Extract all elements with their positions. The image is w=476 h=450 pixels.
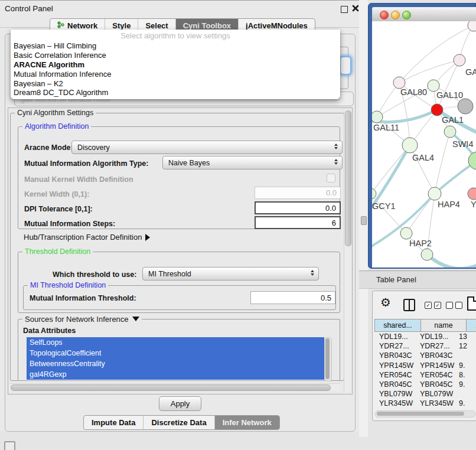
hub-tf-definition-toggle[interactable]: Hub/Transcription Factor Definition [24,233,150,242]
algorithm-option[interactable]: Bayesian – Hill Climbing [11,41,340,51]
network-node-hap2[interactable] [400,227,412,239]
algorithm-option[interactable]: Bayesian – K2 [11,79,340,89]
settings-horizontal-scrollbar[interactable] [9,383,340,391]
algorithm-option[interactable]: Dream8 DC_TDC Algorithm [11,88,340,97]
kernel-width-field[interactable]: 0.0 [255,187,341,199]
network-edge[interactable] [406,194,435,233]
close-traffic-light-icon[interactable] [380,11,389,19]
table-row[interactable]: YDR27...YDR27...12 [374,341,476,351]
network-canvas[interactable]: GALGAL80GAL10GAL1GAL11GAL4SWI4HAP4YGCY1H… [372,21,476,268]
manual-kernel-checkbox[interactable] [327,174,335,182]
node-label: GAL80 [400,87,427,97]
sources-title-label: Sources for Network Inference [25,315,129,324]
close-icon[interactable] [351,4,360,12]
network-node-gal1[interactable] [431,104,443,116]
table-cell: YBL079W [415,389,455,399]
show-columns-icon[interactable]: ✓ ✓ [425,302,441,309]
network-window-titlebar[interactable] [372,7,476,22]
column-header[interactable]: A [466,319,476,332]
bottom-tab-discretize-data[interactable]: Discretize Data [144,416,214,429]
bottom-tab-infer-network[interactable]: Infer Network [215,416,279,429]
float-icon[interactable] [341,6,348,13]
algorithm-option[interactable]: Basic Correlation Inference [11,51,340,60]
table-horizontal-scrollbar[interactable] [375,410,475,418]
mi-threshold-field[interactable]: 0.5 [250,291,335,304]
threshold-definition-title: Threshold Definition [22,247,93,256]
sources-title[interactable]: Sources for Network Inference [22,315,142,324]
table-row[interactable]: YDL19...YDL19...13 [374,332,476,341]
table-cell: 13 [455,332,476,341]
collapsed-panel-icon[interactable] [4,441,15,450]
which-threshold-value: MI Threshold [148,270,191,278]
hub-tf-definition-label: Hub/Transcription Factor Definition [24,233,142,242]
table-panel-titlebar: Table Panel [359,270,476,289]
algorithm-option[interactable]: Mutual Information Inference [11,70,340,79]
apply-button[interactable]: Apply [159,396,201,411]
network-edge[interactable] [399,26,472,83]
table-row[interactable]: YLR345WYLR345W9. [374,399,476,408]
columns-icon[interactable] [403,299,415,311]
table-cell: YPR145W [415,361,455,370]
network-canvas-svg: GALGAL80GAL10GAL1GAL11GAL4SWI4HAP4YGCY1H… [372,21,476,268]
table-cell: YLR345W [415,399,455,408]
column-header[interactable]: shared... [374,319,421,332]
attribute-list-item[interactable]: gal4RGexp [27,369,324,380]
network-node-y[interactable] [468,188,476,200]
network-node[interactable] [458,99,473,114]
network-node-hap4[interactable] [428,187,441,200]
node-label: GAL [465,67,476,77]
network-edge[interactable] [435,132,450,194]
data-attributes-list[interactable]: SelfLoopsTopologicalCoefficientBetweenne… [27,337,324,380]
table-row[interactable]: YBR043CYBR043C [374,351,476,360]
kernel-width-value: 0.0 [326,188,337,197]
network-node-gal80[interactable] [393,77,405,89]
network-node[interactable] [421,249,433,260]
attribute-list-item[interactable]: SelfLoops [27,337,324,348]
attributes-list-scrollbar[interactable] [324,337,332,381]
network-node-gal10[interactable] [428,80,439,92]
table-row[interactable]: YER054CYER054C8. [374,370,476,380]
network-view-window[interactable]: GALGAL80GAL10GAL1GAL11GAL4SWI4HAP4YGCY1H… [368,3,476,269]
network-node-gal11[interactable] [372,111,383,123]
attribute-list-item[interactable]: TopologicalCoefficient [27,348,324,358]
table-cell: 9. [455,361,476,370]
zoom-traffic-light-icon[interactable] [402,11,411,19]
control-panel: Control Panel NetworkStyleSelectCyni Too… [0,0,359,431]
table-row[interactable]: YBL079WYBL079W [374,389,476,399]
table-cell: YBR043C [374,351,415,360]
network-edge[interactable] [427,255,476,268]
network-node-gal[interactable] [454,54,465,66]
combo-arrows-icon [334,144,338,149]
dpi-tolerance-field[interactable]: 0.0 [255,201,341,214]
network-node-gal4[interactable] [402,138,418,153]
network-node[interactable] [444,126,456,138]
settings-vertical-scrollbar[interactable] [344,109,351,392]
aracne-mode-label: Aracne Mode: [24,144,73,152]
node-label: GCY1 [372,201,396,211]
minimize-traffic-light-icon[interactable] [391,11,400,19]
mi-type-select[interactable]: Naive Bayes [162,156,343,169]
network-node-gcy1[interactable] [372,188,376,199]
table-row[interactable]: YBR045CYBR045C9. [374,380,476,389]
mi-threshold-group: MI Threshold Definition Mutual Informati… [23,285,336,310]
new-table-icon[interactable] [467,296,476,311]
gear-icon[interactable]: ⚙ [380,296,391,308]
panel-divider[interactable] [359,0,368,437]
focused-button-fragment[interactable] [340,56,351,75]
dpi-tolerance-value: 0.0 [325,204,336,213]
aracne-mode-select[interactable]: Discovery [71,141,343,154]
table-cell: 9. [455,399,476,408]
mi-steps-field[interactable]: 6 [255,216,341,229]
hide-columns-icon[interactable] [446,302,462,309]
threshold-definition-group: Threshold Definition Which threshold to … [18,252,340,313]
table-row[interactable]: YPR145WYPR145W9. [374,361,476,370]
which-threshold-select[interactable]: MI Threshold [142,267,319,281]
attribute-list-item[interactable]: BetweennessCentrality [27,358,324,369]
bottom-tab-impute-data[interactable]: Impute Data [84,416,144,429]
mi-threshold-value: 0.5 [321,294,331,302]
algorithm-option[interactable]: ARACNE Algorithm [11,60,340,70]
network-node[interactable] [468,21,476,31]
column-header[interactable]: name [420,319,467,332]
divider-collapse-handle[interactable] [361,216,367,225]
network-edge[interactable] [437,60,459,110]
